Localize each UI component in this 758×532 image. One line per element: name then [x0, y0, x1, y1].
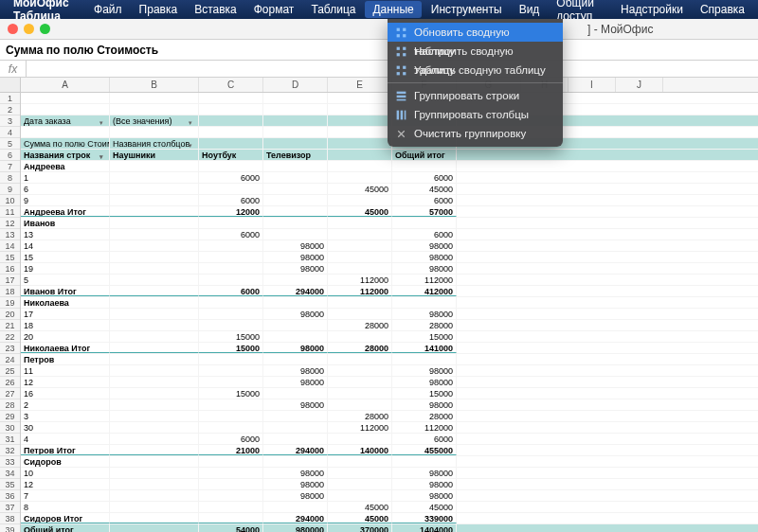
cell[interactable]: 20: [21, 331, 110, 342]
row-header-15[interactable]: 15: [0, 252, 20, 263]
col-header-A[interactable]: A: [21, 78, 110, 92]
cell[interactable]: 45000: [392, 502, 457, 512]
cell[interactable]: [328, 195, 392, 205]
cell[interactable]: [110, 434, 199, 444]
col-header-E[interactable]: E: [328, 78, 392, 92]
row-header-34[interactable]: 34: [0, 468, 20, 479]
cell[interactable]: [110, 377, 199, 387]
cell[interactable]: 17: [21, 309, 110, 319]
cell[interactable]: [263, 115, 328, 126]
cell[interactable]: Ноутбук: [199, 150, 263, 160]
cell[interactable]: 4: [21, 434, 110, 444]
cell[interactable]: 28000: [328, 343, 392, 353]
menu-Вид[interactable]: Вид: [512, 1, 548, 18]
cell[interactable]: 45000: [328, 502, 392, 512]
cell[interactable]: [199, 184, 263, 194]
cell[interactable]: 141000: [392, 343, 457, 353]
row-header-14[interactable]: 14: [0, 240, 20, 252]
cell[interactable]: Названия строк▾: [21, 150, 110, 160]
cell[interactable]: [110, 490, 199, 501]
cell[interactable]: 30: [21, 422, 110, 433]
row-header-32[interactable]: 32: [0, 445, 20, 456]
cell[interactable]: [328, 263, 392, 274]
cell[interactable]: [110, 399, 199, 410]
cell[interactable]: [263, 354, 328, 364]
cell[interactable]: [199, 468, 263, 478]
cell[interactable]: [199, 252, 263, 262]
cell[interactable]: 98000: [392, 252, 457, 262]
cell[interactable]: [392, 161, 457, 171]
cell[interactable]: [199, 127, 263, 137]
cell[interactable]: [328, 218, 392, 228]
cell[interactable]: [199, 377, 263, 387]
row-header-11[interactable]: 11: [0, 206, 20, 218]
cell[interactable]: 98000: [392, 479, 457, 489]
cell[interactable]: 98000: [392, 263, 457, 274]
cell[interactable]: 98000: [263, 377, 328, 387]
cell[interactable]: 6000: [199, 229, 263, 239]
cell[interactable]: [110, 195, 199, 205]
cell[interactable]: 112000: [328, 275, 392, 285]
cell[interactable]: 6000: [392, 195, 457, 205]
row-header-22[interactable]: 22: [0, 331, 20, 343]
cell[interactable]: [263, 422, 328, 433]
cell[interactable]: Сидоров: [21, 456, 110, 467]
cell[interactable]: [263, 127, 328, 137]
cell[interactable]: [110, 297, 199, 308]
cell[interactable]: [199, 138, 263, 149]
row-header-5[interactable]: 5: [0, 138, 20, 150]
cell[interactable]: 1404000: [392, 524, 457, 532]
cell[interactable]: 98000: [263, 263, 328, 274]
cell[interactable]: 98000: [392, 365, 457, 376]
cell[interactable]: [328, 456, 392, 467]
cell[interactable]: [328, 354, 392, 364]
row-header-38[interactable]: 38: [0, 513, 20, 524]
cell[interactable]: [199, 513, 263, 523]
cell[interactable]: [199, 502, 263, 512]
cell[interactable]: 1: [21, 172, 110, 183]
cell[interactable]: [110, 229, 199, 239]
cell[interactable]: 21000: [199, 445, 263, 455]
row-header-28[interactable]: 28: [0, 399, 20, 411]
cell[interactable]: 16: [21, 388, 110, 399]
col-header-C[interactable]: C: [199, 78, 263, 92]
cell[interactable]: 45000: [328, 184, 392, 194]
cell[interactable]: [328, 490, 392, 501]
cell[interactable]: [199, 115, 263, 126]
cell[interactable]: [110, 275, 199, 285]
cell[interactable]: [328, 104, 392, 115]
cell[interactable]: [328, 150, 392, 160]
cell[interactable]: 412000: [392, 286, 457, 296]
cell[interactable]: 112000: [328, 422, 392, 433]
cell[interactable]: [110, 218, 199, 228]
cell[interactable]: 140000: [328, 445, 392, 455]
cell[interactable]: [110, 206, 199, 217]
cell[interactable]: [110, 104, 199, 115]
cell[interactable]: Наушники: [110, 150, 199, 160]
cell[interactable]: 15000: [199, 331, 263, 342]
cell[interactable]: 6000: [392, 434, 457, 444]
col-header-D[interactable]: D: [263, 78, 328, 92]
row-header-26[interactable]: 26: [0, 377, 20, 388]
cell[interactable]: 112000: [392, 422, 457, 433]
cell[interactable]: 98000: [263, 399, 328, 410]
cell[interactable]: 455000: [392, 445, 457, 455]
cell[interactable]: Телевизор: [263, 150, 328, 160]
cell[interactable]: [110, 263, 199, 274]
cell[interactable]: 98000: [392, 309, 457, 319]
cell[interactable]: [199, 320, 263, 330]
cell[interactable]: [21, 104, 110, 115]
cell[interactable]: [199, 104, 263, 115]
cell[interactable]: [263, 275, 328, 285]
row-header-12[interactable]: 12: [0, 218, 20, 229]
cell[interactable]: [328, 297, 392, 308]
cell[interactable]: 98000: [263, 479, 328, 489]
cell[interactable]: 28000: [392, 320, 457, 330]
cell[interactable]: 15000: [392, 388, 457, 399]
cell[interactable]: [263, 172, 328, 183]
cell[interactable]: 3: [21, 411, 110, 421]
cell-name-display[interactable]: Сумма по полю Стоимость: [6, 44, 158, 57]
row-header-29[interactable]: 29: [0, 411, 20, 422]
row-header-18[interactable]: 18: [0, 286, 20, 297]
cell[interactable]: 2: [21, 399, 110, 410]
